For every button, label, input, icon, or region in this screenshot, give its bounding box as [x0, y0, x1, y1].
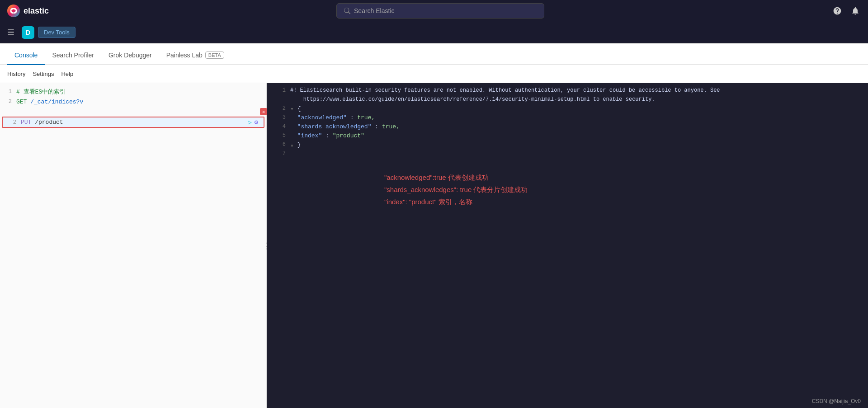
toolbar-history[interactable]: History	[7, 70, 25, 77]
resp-collapse-dot-2[interactable]: ▴	[290, 141, 294, 150]
main-content: 1 # 查看ES中的索引 2 GET /_cat/indices?v 2 PUT…	[0, 83, 868, 408]
search-placeholder: Search Elastic	[354, 7, 394, 14]
toolbar-settings[interactable]: Settings	[33, 70, 54, 77]
resp-num-5: 5	[274, 132, 290, 141]
tab-search-profiler[interactable]: Search Profiler	[45, 46, 101, 65]
resize-handle[interactable]: ⋮	[264, 83, 268, 408]
editor-line-empty	[0, 107, 266, 117]
resp-warning-content-2: https://www.elastic.co/guide/en/elastics…	[290, 96, 861, 104]
resp-num-2: 2	[274, 105, 290, 113]
resp-num-7: 7	[274, 150, 290, 159]
response-line-7: 7	[274, 150, 861, 159]
footer-credit: CSDN @Naijia_Ov0	[812, 398, 861, 404]
resp-line-num-1: 1	[274, 87, 290, 95]
resp-collapse-dot[interactable]: ▾	[290, 105, 294, 113]
elastic-logo[interactable]: elastic	[7, 5, 49, 17]
line-num-put: 2	[5, 119, 21, 126]
resp-num-4: 4	[274, 123, 290, 131]
line-content-1: # 查看ES中的索引	[16, 88, 266, 96]
resp-key-index: "index"	[297, 132, 322, 139]
tab-painless-lab[interactable]: Painless Lab BETA	[159, 46, 231, 65]
put-url: /product	[31, 119, 63, 126]
app-letter: D	[22, 26, 34, 39]
response-line-acknowledged: 3 "acknowledged" : true,	[274, 114, 861, 123]
editor-content: 1 # 查看ES中的索引 2 GET /_cat/indices?v 2 PUT…	[0, 83, 266, 131]
line-actions: ▷ ⚙	[248, 118, 262, 126]
resp-val-shards: true,	[378, 123, 400, 130]
editor-line-put[interactable]: 2 PUT /product ▷ ⚙	[2, 117, 264, 128]
run-button[interactable]: ▷	[248, 118, 251, 126]
resp-index: "index" : "product"	[290, 132, 861, 141]
editor-line-2: 2 GET /_cat/indices?v	[0, 97, 266, 107]
line-num-1: 1	[0, 89, 16, 95]
get-url: /_cat/indices?v	[27, 98, 83, 105]
response-line-shards: 4 "shards_acknowledged" : true,	[274, 123, 861, 132]
editor-line-1: 1 # 查看ES中的索引	[0, 87, 266, 97]
toolbar-help[interactable]: Help	[61, 70, 73, 77]
notifications-icon[interactable]	[850, 5, 861, 16]
search-container: Search Elastic	[56, 3, 825, 19]
resp-shards: "shards_acknowledged" : true,	[290, 123, 861, 131]
resp-warning-content-1: #! Elasticsearch built-in security featu…	[290, 87, 861, 95]
resp-val-index: "product"	[329, 132, 364, 139]
line-num-2: 2	[0, 98, 16, 105]
elastic-logo-icon	[7, 5, 20, 17]
response-line-index: 5 "index" : "product"	[274, 132, 861, 141]
annotation-2: "shards_acknowledges": true 代表分片创建成功	[384, 186, 528, 194]
line-settings-button[interactable]: ⚙	[255, 118, 258, 126]
app-name[interactable]: Dev Tools	[38, 27, 75, 38]
annotation-block: "acknowledged":true 代表创建成功 "shards_ackno…	[384, 174, 528, 206]
resp-brace-open: {	[294, 105, 861, 113]
tab-painless-lab-label: Painless Lab	[166, 52, 203, 59]
get-method: GET	[16, 98, 27, 105]
response-warning-1: 1 #! Elasticsearch built-in security fea…	[274, 87, 861, 96]
line-content-put: PUT /product	[21, 119, 248, 126]
beta-badge: BETA	[205, 52, 224, 59]
search-icon	[344, 8, 350, 14]
tabs-bar: Console Search Profiler Grok Debugger Pa…	[0, 43, 868, 65]
nav-icons	[832, 5, 861, 16]
put-method: PUT	[21, 119, 31, 126]
top-navbar: elastic Search Elastic	[0, 0, 868, 22]
help-icon[interactable]	[832, 5, 843, 16]
response-line-brace-open: 2 ▾ {	[274, 105, 861, 114]
menu-toggle[interactable]: ☰	[5, 26, 16, 39]
app-badge: D Dev Tools	[22, 26, 75, 39]
global-search-bar[interactable]: Search Elastic	[336, 3, 544, 19]
resp-val-acknowledged: true,	[354, 114, 375, 121]
annotation-1: "acknowledged":true 代表创建成功	[384, 174, 528, 182]
tab-console[interactable]: Console	[7, 46, 45, 65]
response-panel: 1 #! Elasticsearch built-in security fea…	[267, 83, 868, 408]
resp-empty-7	[290, 150, 861, 159]
resp-colon-2: :	[371, 123, 378, 130]
annotation-3: "index": "product" 索引，名称	[384, 198, 528, 206]
resp-num-6: 6	[274, 141, 290, 150]
resp-colon-1: :	[347, 114, 354, 121]
resp-brace-close: }	[294, 141, 861, 150]
resp-line-num-w2	[274, 96, 290, 104]
resp-num-3: 3	[274, 114, 290, 122]
editor-panel[interactable]: 1 # 查看ES中的索引 2 GET /_cat/indices?v 2 PUT…	[0, 83, 267, 408]
svg-point-2	[10, 9, 17, 13]
response-warning-2: https://www.elastic.co/guide/en/elastics…	[274, 96, 861, 105]
resp-key-acknowledged: "acknowledged"	[297, 114, 347, 121]
elastic-text: elastic	[24, 6, 49, 16]
toolbar: History Settings Help 200 – OK 158 ms	[0, 65, 868, 83]
response-line-brace-close: 6 ▴ }	[274, 141, 861, 150]
second-bar: ☰ D Dev Tools	[0, 22, 868, 43]
error-marker: ✕	[260, 108, 267, 115]
resp-acknowledged: "acknowledged" : true,	[290, 114, 861, 122]
resp-colon-3: :	[322, 132, 329, 139]
resp-key-shards: "shards_acknowledged"	[297, 123, 372, 130]
line-content-2: GET /_cat/indices?v	[16, 98, 266, 105]
tab-grok-debugger[interactable]: Grok Debugger	[101, 46, 159, 65]
